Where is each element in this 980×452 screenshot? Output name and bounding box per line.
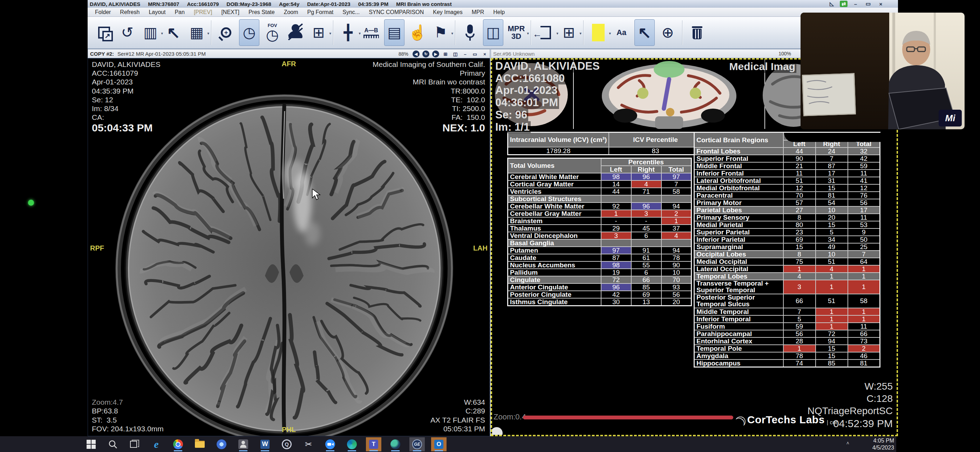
quicktime-icon[interactable]: Q bbox=[279, 437, 294, 451]
menu-item-sync[interactable]: Sync... bbox=[338, 9, 364, 16]
mpr-3d-button[interactable]: MPR3D▾ bbox=[506, 19, 527, 46]
approve-icon[interactable]: ☝ bbox=[407, 19, 428, 46]
bookmark-icon[interactable]: ⚑▾ bbox=[430, 19, 451, 46]
compare-panels-icon[interactable]: ◫ bbox=[483, 19, 503, 46]
rotate-layout-icon[interactable]: ⊞▾ bbox=[559, 19, 579, 46]
teams-icon[interactable]: T bbox=[366, 437, 381, 451]
percentile-cell: 1 bbox=[816, 315, 848, 323]
task-view-icon[interactable] bbox=[127, 437, 142, 451]
text-annotation-icon[interactable]: Aa bbox=[611, 19, 632, 46]
word-icon[interactable]: W bbox=[257, 437, 273, 451]
maximize-button[interactable]: ▭ bbox=[864, 1, 873, 7]
hanging-protocol-icon[interactable]: ⊞▾ bbox=[309, 19, 329, 46]
menu-item-next[interactable]: [NEXT] bbox=[216, 9, 244, 16]
overlay-line: ACC:1661079 bbox=[91, 69, 139, 78]
vp-maximize-button[interactable]: ▭ bbox=[471, 51, 479, 57]
menu-item-mpr[interactable]: MPR bbox=[467, 9, 489, 16]
annotation-tool-icon[interactable]: ◺ bbox=[827, 1, 836, 7]
dropdown-caret-icon[interactable]: ▾ bbox=[359, 31, 361, 36]
dropdown-caret-icon[interactable]: ▾ bbox=[579, 31, 581, 36]
reset-rotate-icon[interactable]: ↺ bbox=[117, 19, 137, 46]
search-icon[interactable] bbox=[105, 437, 121, 451]
measure-icon[interactable]: A—B bbox=[361, 19, 381, 46]
series-layout-icon[interactable]: ▦▾ bbox=[186, 19, 207, 46]
dropdown-caret-icon[interactable]: ▾ bbox=[556, 31, 558, 36]
menu-item-presstate[interactable]: Pres State bbox=[244, 9, 279, 16]
running-indicator bbox=[239, 450, 247, 451]
percentile-cell: 10 bbox=[816, 250, 848, 258]
cine-clock-icon[interactable]: ◷ bbox=[239, 19, 259, 46]
dropdown-caret-icon[interactable]: ▾ bbox=[609, 31, 611, 36]
edge-icon[interactable] bbox=[344, 437, 360, 451]
photos-app-icon[interactable] bbox=[214, 437, 229, 451]
viewport-series-label: Ser#12 MR Apr-01-2023 05:05:31 PM bbox=[118, 51, 206, 57]
dropdown-caret-icon[interactable]: ▾ bbox=[329, 31, 331, 36]
chrome-icon[interactable] bbox=[170, 437, 186, 451]
mri-image-area[interactable]: DAVID, ALKIVIADESACC:1661079Apr-01-20230… bbox=[88, 58, 490, 436]
dropdown-caret-icon[interactable]: ▾ bbox=[527, 31, 529, 36]
close-button[interactable]: × bbox=[876, 1, 885, 7]
prev-image-button[interactable]: ◀ bbox=[412, 51, 420, 57]
axes-icon[interactable]: ╋▾ bbox=[338, 19, 358, 46]
menu-item-layout[interactable]: Layout bbox=[144, 9, 170, 16]
start-button[interactable] bbox=[83, 437, 99, 451]
dictation-mic-icon[interactable] bbox=[460, 19, 480, 46]
layout-columns-icon[interactable]: ▥▾ bbox=[140, 19, 161, 46]
popout-icon[interactable]: ◫ bbox=[452, 51, 459, 57]
tray-chevron-icon[interactable]: ˄ bbox=[846, 441, 849, 446]
menu-item-synccomparison[interactable]: SYNC COMPARISON bbox=[364, 9, 428, 16]
cursor-tool-icon[interactable]: ↖ bbox=[163, 19, 184, 46]
left-viewport-header[interactable]: COPY #2: Ser#12 MR Apr-01-2023 05:05:31 … bbox=[88, 49, 490, 58]
banner-segment: MRN:376807 bbox=[148, 1, 179, 7]
menu-item-zoom[interactable]: Zoom bbox=[279, 9, 303, 16]
webex-icon[interactable] bbox=[388, 437, 403, 451]
menu-item-folder[interactable]: Folder bbox=[91, 9, 115, 16]
highlight-color-swatch[interactable]: ▾ bbox=[588, 19, 608, 46]
percentile-table: Total VolumesPercentilesLeftRightTotalCe… bbox=[507, 158, 692, 307]
percentile-cell: 5 bbox=[816, 228, 848, 236]
ellipse-annotation-icon[interactable]: ⊕ bbox=[657, 19, 678, 46]
zoom-tool-icon[interactable]: + bbox=[216, 19, 236, 46]
file-explorer-icon[interactable] bbox=[192, 437, 207, 451]
percentile-cell: 78 bbox=[783, 352, 816, 360]
table-row: Posterior Superior Temporal Sulcus665158 bbox=[694, 294, 880, 308]
zoom-app-icon[interactable] bbox=[323, 437, 338, 451]
hide-patient-info-icon[interactable] bbox=[285, 19, 305, 46]
arrow-annotation-icon[interactable]: ↖ bbox=[635, 19, 655, 46]
percentile-cell: 94 bbox=[816, 337, 848, 345]
vp-close-button[interactable]: × bbox=[481, 51, 488, 57]
fov-clock-icon: ◷ bbox=[266, 28, 279, 42]
taskbar-clock[interactable]: 4:05 PM 4/5/2023 bbox=[872, 437, 894, 451]
menu-item-help[interactable]: Help bbox=[488, 9, 509, 16]
next-image-button[interactable]: ▶ bbox=[432, 51, 439, 57]
dropdown-caret-icon[interactable]: ▾ bbox=[161, 31, 163, 36]
slider-handle[interactable] bbox=[491, 427, 503, 436]
menu-item-refresh[interactable]: Refresh bbox=[115, 9, 144, 16]
tile-layout-icon[interactable]: ⊞ bbox=[442, 51, 449, 57]
fov-clock-icon[interactable]: FOV◷ bbox=[262, 19, 283, 46]
menu-item-pgformat[interactable]: Pg Format bbox=[303, 9, 338, 16]
dropdown-caret-icon[interactable]: ▾ bbox=[207, 31, 209, 36]
internet-explorer-icon[interactable]: e bbox=[149, 437, 164, 451]
pacs-app-icon[interactable]: GE bbox=[409, 437, 425, 451]
percentile-cell: 96 bbox=[601, 283, 631, 291]
menu-item-pan[interactable]: Pan bbox=[170, 9, 189, 16]
outlook-icon[interactable]: O bbox=[431, 437, 447, 451]
table-row: Inferior Temporal511 bbox=[694, 315, 880, 323]
menu-item-prev[interactable]: [PREV] bbox=[189, 9, 216, 16]
snipping-tool-icon[interactable]: ✂ bbox=[301, 437, 316, 451]
vp-minimize-button[interactable]: – bbox=[461, 51, 469, 57]
sync-series-button[interactable]: ↻ bbox=[422, 51, 430, 57]
sync-icon[interactable]: ⇄ bbox=[840, 1, 848, 7]
delete-icon[interactable] bbox=[687, 19, 707, 46]
report-panel-icon[interactable]: ▤ bbox=[384, 19, 404, 46]
dropdown-caret-icon[interactable]: ▾ bbox=[451, 31, 453, 36]
progress-bar[interactable] bbox=[523, 415, 733, 419]
overlay-line: C:289 bbox=[465, 406, 486, 415]
export-icon[interactable]: ←▾ bbox=[536, 19, 556, 46]
minimize-button[interactable]: – bbox=[851, 1, 860, 7]
contacts-app-icon[interactable] bbox=[235, 437, 251, 451]
swap-image-icon[interactable]: ↗ bbox=[94, 19, 114, 46]
menu-item-keyimages[interactable]: Key Images bbox=[428, 9, 467, 16]
table-row: Medial Parietal801553 bbox=[694, 221, 880, 228]
